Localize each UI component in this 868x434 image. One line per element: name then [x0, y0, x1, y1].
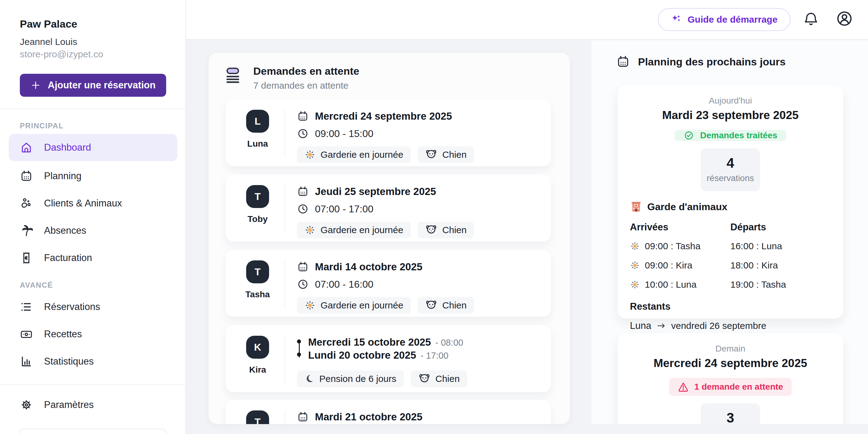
- arrival-row: 09:00 : Tasha: [630, 240, 731, 252]
- request-date: Mardi 21 octobre 2025: [315, 411, 423, 423]
- sidebar-item-label: Planning: [44, 170, 82, 182]
- stack-icon: [225, 67, 241, 84]
- sidebar-item-parametres[interactable]: Paramètres: [9, 391, 177, 418]
- range-start-time: - 08:00: [435, 338, 463, 348]
- sidebar-item-label: Recettes: [44, 329, 82, 340]
- pet-boarding-section: Garde d'animaux Arrivées 09:00 : Tasha 0…: [618, 200, 843, 290]
- palm-tree-icon: [20, 224, 33, 237]
- add-reservation-label: Ajouter une réservation: [48, 80, 156, 91]
- animal-tag: Chien: [411, 370, 467, 387]
- animal-tag: Chien: [417, 146, 474, 163]
- sun-icon: [304, 224, 316, 236]
- dashboard-page: Guide de démarrage Paw Palace Jeannel Lo…: [0, 0, 868, 434]
- arrivals-column: Arrivées 09:00 : Tasha 09:00 : Kira 10:0…: [630, 222, 731, 290]
- sun-icon: [304, 300, 316, 311]
- service-tag: Garderie en journée: [297, 146, 411, 163]
- request-date: Mercredi 24 septembre 2025: [315, 111, 452, 122]
- sidebar-item-label: Clients & Animaux: [44, 198, 122, 209]
- pet-name: Luna: [247, 139, 268, 149]
- request-date: Mardi 14 octobre 2025: [315, 261, 423, 273]
- clock-icon: [297, 203, 309, 215]
- notifications-bell-icon[interactable]: [803, 11, 819, 27]
- range-end-time: - 17:00: [421, 351, 448, 361]
- user-account-icon[interactable]: [836, 10, 853, 27]
- sidebar-item-label: Facturation: [44, 252, 92, 264]
- warning-icon: [678, 381, 689, 393]
- arrow-right-icon: [656, 321, 666, 331]
- sidebar-item-statistiques[interactable]: Statistiques: [9, 348, 177, 375]
- getting-started-label: Guide de démarrage: [688, 14, 777, 25]
- sidebar-item-label: Statistiques: [44, 356, 94, 367]
- departure-row: 16:00 : Luna: [731, 240, 831, 252]
- panel-title: Demandes en attente: [253, 65, 359, 77]
- sidebar-bottom-card: [19, 429, 167, 434]
- pet-name: Toby: [248, 214, 268, 224]
- sun-icon: [630, 280, 640, 289]
- sidebar-item-planning[interactable]: Planning: [9, 162, 177, 190]
- dog-icon: [425, 224, 437, 236]
- sidebar: Paw Palace Jeannel Louis store-pro@izype…: [0, 0, 186, 434]
- reservation-count: 4: [726, 155, 734, 171]
- home-icon: [20, 141, 33, 154]
- add-reservation-button[interactable]: Ajouter une réservation: [20, 74, 166, 97]
- moon-icon: [304, 374, 314, 384]
- range-end-date: Lundi 20 octobre 2025: [308, 349, 416, 361]
- dog-icon: [425, 149, 437, 161]
- request-time: 07:00 - 17:00: [315, 204, 374, 215]
- request-time: 07:00 - 16:00: [315, 279, 374, 290]
- sidebar-item-recettes[interactable]: Recettes: [9, 320, 177, 348]
- card-divider: [285, 260, 285, 308]
- date-range: Mercredi 15 octobre 2025 - 08:00 Lundi 2…: [297, 336, 551, 362]
- reservation-count: 3: [726, 410, 734, 424]
- pet-avatar: K: [246, 336, 269, 359]
- arrival-row: 09:00 : Kira: [630, 259, 731, 271]
- sidebar-divider: [0, 384, 186, 385]
- reservation-count-box: 3 réservations: [701, 403, 760, 424]
- sidebar-item-dashboard[interactable]: Dashboard: [9, 134, 177, 161]
- animal-tag: Chien: [417, 222, 474, 238]
- calendar-icon: [616, 55, 630, 69]
- pending-requests-header: Demandes en attente 7 demandes en attent…: [225, 65, 359, 91]
- request-card-tasha[interactable]: T Tasha Mardi 14 octobre 2025 07:00 - 16…: [226, 250, 551, 317]
- plus-icon: [30, 80, 41, 91]
- range-start-date: Mercredi 15 octobre 2025: [308, 336, 431, 348]
- sidebar-section-avance: AVANCÉ: [20, 281, 53, 289]
- sidebar-item-absences[interactable]: Absences: [9, 217, 177, 244]
- calendar-icon: [297, 111, 309, 122]
- sun-icon: [630, 241, 640, 251]
- request-card-toby[interactable]: T Toby Jeudi 25 septembre 2025 07:00 - 1…: [226, 175, 551, 242]
- banknote-icon: [20, 328, 33, 341]
- departures-column: Départs 16:00 : Luna 18:00 : Kira 19:00 …: [731, 222, 831, 290]
- request-time: 09:00 - 15:00: [315, 128, 374, 140]
- getting-started-button[interactable]: Guide de démarrage: [658, 8, 790, 31]
- departure-row: 19:00 : Tasha: [731, 279, 831, 290]
- calendar-icon: [297, 411, 309, 423]
- pet-name: Tasha: [246, 289, 270, 300]
- pet-avatar: T: [246, 185, 269, 208]
- animal-tag: Chien: [417, 297, 474, 314]
- paw-icon: [20, 197, 33, 210]
- sidebar-item-reservations[interactable]: Réservations: [9, 293, 177, 320]
- sparkles-icon: [671, 14, 682, 25]
- dog-icon: [425, 299, 437, 312]
- hotel-icon: [630, 200, 642, 213]
- request-card-partial[interactable]: T Mardi 21 octobre 2025: [226, 400, 551, 424]
- sun-icon: [304, 149, 316, 160]
- pet-name: Kira: [249, 365, 266, 375]
- remaining-label: Restants: [630, 301, 831, 312]
- card-divider: [285, 336, 285, 383]
- arrivals-label: Arrivées: [630, 222, 731, 233]
- sidebar-item-clients-animaux[interactable]: Clients & Animaux: [9, 190, 177, 217]
- request-date: Jeudi 25 septembre 2025: [315, 186, 436, 197]
- service-tag: Garderie en journée: [297, 222, 411, 238]
- arrival-row: 10:00 : Luna: [630, 279, 731, 290]
- sidebar-item-facturation[interactable]: Facturation: [9, 244, 177, 272]
- seal-check-icon: [683, 130, 694, 141]
- service-tag: Pension de 6 jours: [297, 370, 404, 387]
- calendar-icon: [297, 261, 309, 273]
- tomorrow-planning-card: Demain Mercredi 24 septembre 2025 1 dema…: [618, 333, 843, 424]
- calendar-icon: [297, 186, 309, 197]
- request-card-kira[interactable]: K Kira Mercredi 15 octobre 2025 - 08:00 …: [226, 325, 551, 392]
- day-date: Mardi 23 septembre 2025: [662, 109, 799, 122]
- request-card-luna[interactable]: L Luna Mercredi 24 septembre 2025 09:00 …: [226, 99, 551, 166]
